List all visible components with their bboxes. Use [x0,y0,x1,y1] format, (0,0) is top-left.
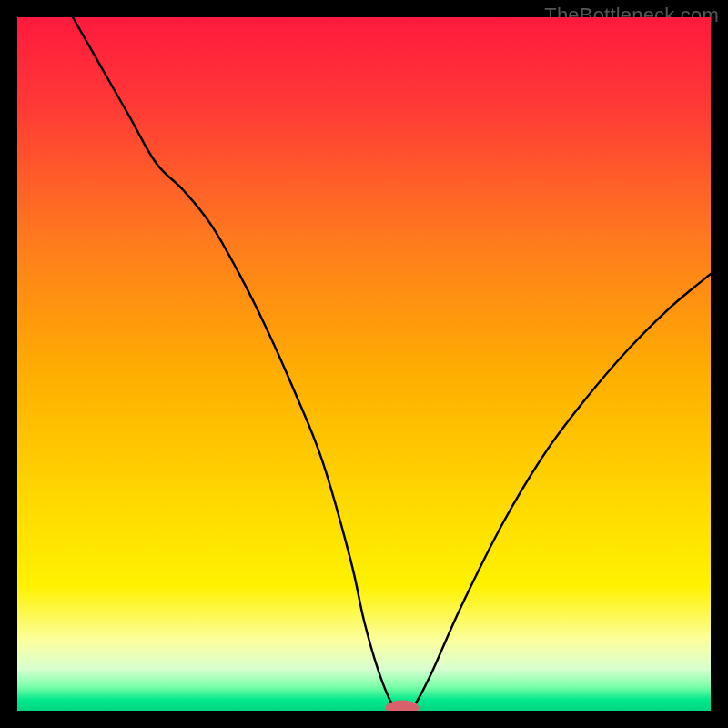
gradient-background [17,17,711,711]
chart-svg [17,17,711,711]
plot-area [17,17,711,711]
chart-container: TheBottleneck.com [0,0,728,728]
